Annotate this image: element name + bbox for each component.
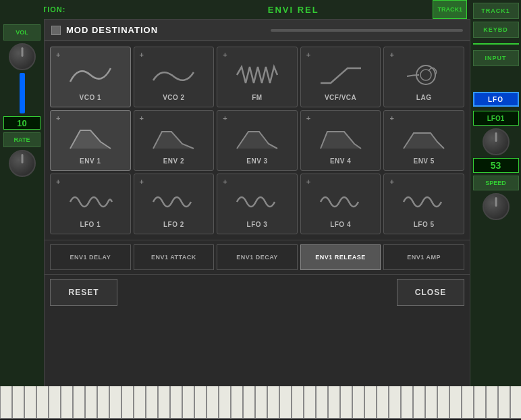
tile-lfo1[interactable]: + LFO 1 [50,174,131,234]
tiles-row-1: + VCO 1 + VCO 2 + [50,47,464,107]
white-key[interactable] [449,386,462,419]
vol-bar [20,73,25,113]
modal-title-bar [271,29,463,32]
white-key[interactable] [498,386,510,419]
presets-row: ENV1 DELAY ENV1 ATTACK ENV1 DECAY ENV1 R… [45,240,470,274]
env5-label: ENV 5 [413,157,434,165]
white-key[interactable] [207,386,219,419]
tile-fm[interactable]: + FM [217,47,298,107]
env3-label: ENV 3 [246,157,267,165]
tile-lfo4[interactable]: + LFO 4 [300,174,381,234]
close-button[interactable]: CLOSE [397,279,464,306]
white-key[interactable] [316,386,328,419]
tile-lfo5[interactable]: + LFO 5 [383,174,464,234]
rate-button[interactable]: RATE [3,132,40,147]
input-btn[interactable]: INPUT [473,50,519,66]
vol-knob[interactable] [9,43,36,70]
tile-vco1[interactable]: + VCO 1 [50,47,131,107]
env5-icon [392,122,456,155]
white-key[interactable] [267,386,279,419]
tile-env3[interactable]: + ENV 3 [217,110,298,171]
preset-env1-decay[interactable]: ENV1 DECAY [217,244,298,270]
tile-env5[interactable]: + ENV 5 [383,110,464,171]
white-key[interactable] [328,386,340,419]
env4-icon [309,122,373,155]
lag-label: LAG [416,94,432,101]
speed-knob[interactable] [483,193,510,220]
env1-label: ENV 1 [80,157,101,165]
white-key[interactable] [401,386,413,419]
divider [473,43,519,45]
vco1-icon [59,59,122,91]
keyboard-btn[interactable]: KEYBD [473,22,519,38]
white-key[interactable] [486,386,498,419]
white-key[interactable] [121,386,134,419]
top-bar: DESTINATION: ENVI REL TRACK1 [0,0,521,19]
white-key[interactable] [437,386,449,419]
preset-env1-release[interactable]: ENV1 RELEASE [300,244,381,270]
white-key[interactable] [413,386,425,419]
white-key[interactable] [12,386,24,419]
white-key[interactable] [255,386,267,419]
white-key[interactable] [146,386,158,419]
tile-env2[interactable]: + ENV 2 [134,110,215,171]
white-key[interactable] [109,386,121,419]
rate-knob[interactable] [9,150,36,177]
preset-env1-attack[interactable]: ENV1 ATTACK [134,244,215,270]
vco2-icon [142,59,205,91]
white-key[interactable] [231,386,243,419]
track-right-btn[interactable]: TRACK1 [473,3,519,19]
white-key[interactable] [182,386,194,419]
white-key[interactable] [61,386,73,419]
tile-lfo3[interactable]: + LFO 3 [217,174,298,234]
tile-lfo2[interactable]: + LFO 2 [134,174,215,234]
white-key[interactable] [0,386,12,419]
white-key[interactable] [36,386,49,419]
white-key[interactable] [219,386,231,419]
white-key[interactable] [73,386,85,419]
tile-env1[interactable]: + ENV 1 [50,110,131,171]
reset-button[interactable]: RESET [50,279,117,306]
white-key[interactable] [377,386,389,419]
white-key[interactable] [364,386,377,419]
preset-env1-delay[interactable]: ENV1 DELAY [50,244,131,270]
track-btn[interactable]: TRACK1 [433,0,467,19]
svg-point-1 [420,70,431,80]
env2-icon [142,122,205,155]
white-key[interactable] [97,386,109,419]
white-key[interactable] [134,386,146,419]
env3-icon [225,122,289,155]
tile-env4[interactable]: + ENV 4 [300,110,381,171]
preset-env1-amp[interactable]: ENV1 AMP [383,244,464,270]
lfo2-icon [142,186,205,218]
lfo2-label: LFO 2 [163,221,184,228]
vol-value: 10 [3,116,40,130]
lfo3-label: LFO 3 [247,221,268,228]
vol-button[interactable]: VOL [3,24,40,41]
white-key[interactable] [170,386,182,419]
white-key[interactable] [158,386,170,419]
white-key[interactable] [510,386,521,419]
white-key[interactable] [340,386,352,419]
speed-btn[interactable]: SPEED [473,176,519,190]
white-key[interactable] [279,386,292,419]
white-key[interactable] [474,386,486,419]
white-key[interactable] [292,386,304,419]
white-key[interactable] [462,386,474,419]
fm-icon [225,59,289,91]
white-key[interactable] [194,386,207,419]
tile-lag[interactable]: + LAG [383,47,464,107]
tile-vco2[interactable]: + VCO 2 [134,47,215,107]
lfo-knob[interactable] [483,128,510,155]
white-key[interactable] [24,386,36,419]
white-key[interactable] [389,386,401,419]
lfo-label: LFO [473,92,519,107]
white-key[interactable] [352,386,364,419]
white-key[interactable] [425,386,437,419]
white-key[interactable] [243,386,255,419]
lfo-number: 53 [473,158,519,173]
white-key[interactable] [85,386,97,419]
tile-vcf-vca[interactable]: + VCF/VCA [300,47,381,107]
white-key[interactable] [49,386,61,419]
white-key[interactable] [304,386,316,419]
